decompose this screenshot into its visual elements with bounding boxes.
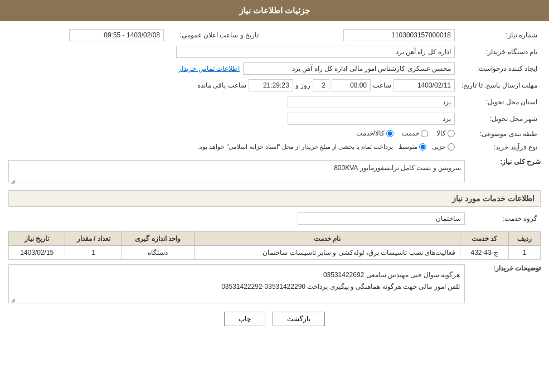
tawzih-label: توضیحات خریدار: xyxy=(468,264,541,272)
noefrayand-radio-motavasset[interactable]: متوسط xyxy=(399,143,426,151)
col-tedad: تعداد / مقدار xyxy=(65,231,122,245)
services-table: ردیف کد خدمت نام خدمت واحد اندازه گیری ت… xyxy=(8,231,541,260)
sharh-label: شرح کلی نیاز: xyxy=(468,158,541,166)
baqi-value: 21:29:23 xyxy=(249,79,293,91)
noefrayand-jozii-label: جزیی xyxy=(432,143,446,151)
col-tarikh: تاریخ نیاز xyxy=(9,231,65,245)
noefrayand-motavasset-label: متوسط xyxy=(399,143,417,151)
baqi-label: ساعت باقی مانده xyxy=(197,81,246,89)
tabaqe-radio-khedmat-input[interactable] xyxy=(421,130,428,137)
tabaqe-radio-khedmat-label: خدمت xyxy=(402,129,419,137)
tabaqe-radio-kala[interactable]: کالا xyxy=(436,129,455,137)
noefrayand-motavasset-input[interactable] xyxy=(419,143,426,151)
cell-tedad: 1 xyxy=(65,245,122,259)
saat-label: ساعت xyxy=(373,81,391,89)
page-title: جزئیات اطلاعات نیاز xyxy=(239,6,310,15)
cell-nam: فعالیت‌های نصب تاسیسات برق، لوله‌کشی و س… xyxy=(194,245,460,259)
shahr-label: شهر محل تحویل: xyxy=(458,110,541,127)
noefrayand-text: پرداخت تمام یا بخشی از مبلغ خریدار از مح… xyxy=(198,143,393,151)
page-header: جزئیات اطلاعات نیاز xyxy=(0,0,549,21)
tawzih-text: هرگونه سوال فنی مهندس سامعی 03531422692ت… xyxy=(221,271,460,291)
rooz-label: روز و xyxy=(295,81,310,89)
tabaqe-radio-kala-khedmat-label: کالا/خدمت xyxy=(356,129,385,137)
ettelaat-link[interactable]: اطلاعات تماس خریدار xyxy=(178,65,240,72)
tawzih-value: هرگونه سوال فنی مهندس سامعی 03531422692ت… xyxy=(8,264,465,303)
cell-vahed: دستگاه xyxy=(122,245,194,259)
dastgah-label: نام دستگاه خریدار: xyxy=(458,43,541,60)
resize-handle: ◢ xyxy=(9,178,15,183)
tabaqe-radio-kala-khedmat-input[interactable] xyxy=(386,130,393,137)
back-button[interactable]: بازگشت xyxy=(273,312,325,326)
table-row: 1 ج-43-432 فعالیت‌های نصب تاسیسات برق، ل… xyxy=(9,245,541,259)
col-nam: نام خدمت xyxy=(194,231,460,245)
cell-radif: 1 xyxy=(509,245,541,259)
button-row: بازگشت چاپ xyxy=(8,312,541,326)
ostan-value: یزد xyxy=(288,96,455,108)
services-section-header: اطلاعات خدمات مورد نیاز xyxy=(8,190,541,207)
tarikh-value: 1403/02/08 - 09:55 xyxy=(69,29,164,41)
shomara-niaz-label: شماره نیاز: xyxy=(458,27,541,43)
date-value: 1403/02/11 xyxy=(393,79,455,91)
dastgah-value: اداره کل راه آهن یزد xyxy=(176,46,455,58)
noefrayand-radio-jozii[interactable]: جزیی xyxy=(432,143,455,151)
col-kod: کد خدمت xyxy=(460,231,509,245)
print-button[interactable]: چاپ xyxy=(224,312,265,326)
noefrayand-label: نوع فرآیند خرید: xyxy=(458,141,541,153)
col-vahed: واحد اندازه گیری xyxy=(122,231,194,245)
tabaqe-radio-group: کالا خدمت کالا/خدمت xyxy=(356,129,455,137)
noefrayand-row: جزیی متوسط پرداخت تمام یا بخشی از مبلغ خ… xyxy=(12,143,455,151)
sharh-value: سرویس و تست کامل ترانسفورماتور 800KVA xyxy=(8,160,465,182)
cell-kod: ج-43-432 xyxy=(460,245,509,259)
tabaqe-radio-kala-khedmat[interactable]: کالا/خدمت xyxy=(356,129,393,137)
tabaqe-label: طبقه بندی موضوعی: xyxy=(458,127,541,141)
ijad-label: ایجاد کننده درخواست: xyxy=(458,60,541,77)
grooh-value: ساختمان xyxy=(298,212,465,225)
ijad-value: محسن عسکری کارشناس امور مالی اداره کل را… xyxy=(243,62,455,75)
tabaqe-radio-kala-label: کالا xyxy=(436,129,446,137)
tarikh-label: تاریخ و ساعت اعلان عمومی: xyxy=(167,27,262,43)
col-radif: ردیف xyxy=(509,231,541,245)
saat-value: 08:00 xyxy=(332,79,371,91)
shahr-value: یزد xyxy=(288,113,455,125)
grooh-label: گروه خدمت: xyxy=(468,210,541,227)
mohlat-label: مهلت ارسال پاسخ: تا تاریخ: xyxy=(458,77,541,94)
tabaqe-radio-khedmat[interactable]: خدمت xyxy=(402,129,428,137)
cell-tarikh: 1403/02/15 xyxy=(9,245,65,259)
ostan-label: استان محل تحویل: xyxy=(458,94,541,110)
tawzih-resize-handle: ◢ xyxy=(9,297,15,302)
tabaqe-radio-kala-input[interactable] xyxy=(448,130,455,137)
shomara-niaz-value: 1103003157000018 xyxy=(343,29,455,41)
noefrayand-jozii-input[interactable] xyxy=(448,143,455,151)
rooz-value: 2 xyxy=(313,79,329,91)
